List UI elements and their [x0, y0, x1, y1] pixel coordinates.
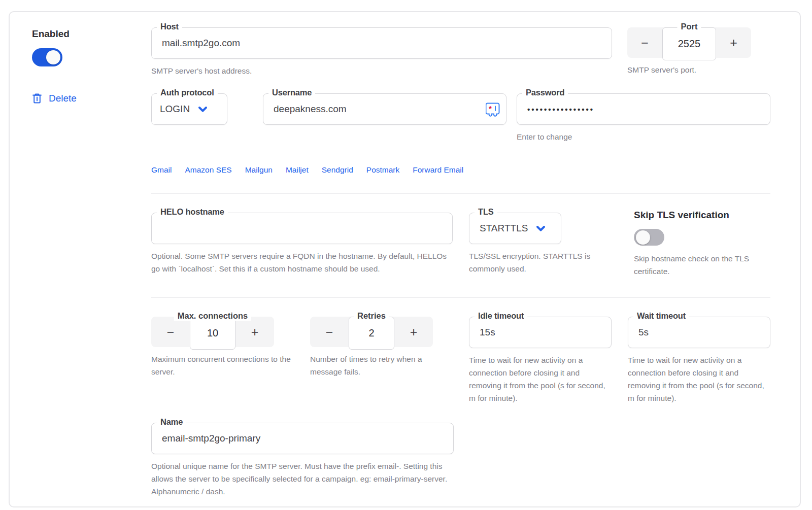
- host-input[interactable]: [151, 27, 612, 59]
- tls-field-group: TLS STARTTLS TLS/SSL encryption. STARTTL…: [469, 213, 612, 278]
- tls-label: TLS: [475, 207, 497, 217]
- helo-label: HELO hostname: [157, 207, 228, 217]
- port-helper: SMTP server's port.: [627, 63, 751, 76]
- server-side-panel: Enabled Delete: [23, 27, 151, 498]
- max-connections-decrement-button[interactable]: −: [151, 317, 190, 347]
- idle-timeout-label: Idle timeout: [475, 311, 527, 321]
- host-field-group: Host SMTP server's host address.: [151, 27, 612, 77]
- password-manager-icon[interactable]: *: [486, 101, 500, 118]
- port-increment-button[interactable]: +: [716, 27, 751, 58]
- retries-field-group: Retries − 2 + Number of times to retry w…: [310, 317, 453, 404]
- retries-increment-button[interactable]: +: [394, 317, 433, 347]
- provider-link-postmark[interactable]: Postmark: [366, 165, 399, 175]
- password-helper: Enter to change: [517, 130, 770, 143]
- wait-timeout-label: Wait timeout: [633, 311, 689, 321]
- host-label: Host: [157, 22, 182, 31]
- provider-link-mailgun[interactable]: Mailgun: [245, 165, 273, 175]
- name-label: Name: [157, 417, 186, 427]
- tls-select[interactable]: STARTTLS: [469, 213, 561, 244]
- username-label: Username: [268, 88, 315, 97]
- wait-timeout-field-group: Wait timeout Time to wait for new activi…: [628, 317, 770, 404]
- provider-link-gmail[interactable]: Gmail: [151, 165, 172, 175]
- auth-protocol-select[interactable]: LOGIN: [151, 93, 227, 125]
- password-input[interactable]: [517, 93, 770, 125]
- auth-protocol-field-group: Auth protocol LOGIN: [151, 93, 227, 143]
- section-divider: [151, 193, 770, 194]
- provider-link-amazon-ses[interactable]: Amazon SES: [185, 165, 231, 175]
- smtp-settings-form: Host SMTP server's host address. Port − …: [151, 27, 770, 498]
- max-connections-stepper: Max. connections − 10 +: [151, 317, 274, 347]
- provider-link-forward-email[interactable]: Forward Email: [413, 165, 463, 175]
- tls-value: STARTTLS: [480, 223, 528, 234]
- wait-timeout-helper: Time to wait for new activity on a conne…: [628, 354, 770, 404]
- auth-protocol-value: LOGIN: [160, 104, 190, 115]
- toggle-knob: [636, 230, 650, 245]
- port-field-group: Port − 2525 + SMTP server's port.: [627, 27, 751, 77]
- tls-helper: TLS/SSL encryption. STARTTLS is commonly…: [469, 250, 612, 275]
- name-field-group: Name Optional unique name for the SMTP s…: [151, 423, 770, 498]
- port-decrement-button[interactable]: −: [627, 27, 662, 58]
- chevron-down-icon: [198, 106, 208, 113]
- wait-timeout-input[interactable]: [628, 317, 770, 348]
- helo-helper: Optional. Some SMTP servers require a FQ…: [151, 250, 453, 275]
- retries-stepper: Retries − 2 +: [310, 317, 433, 347]
- provider-shortcuts: Gmail Amazon SES Mailgun Mailjet Sendgri…: [151, 165, 770, 175]
- skip-tls-helper: Skip hostname check on the TLS certifica…: [634, 252, 770, 278]
- chevron-down-icon: [536, 225, 546, 232]
- host-helper: SMTP server's host address.: [151, 64, 612, 77]
- port-input[interactable]: 2525: [662, 27, 716, 60]
- name-helper: Optional unique name for the SMTP server…: [151, 460, 454, 498]
- delete-label: Delete: [49, 93, 77, 104]
- helo-field-group: HELO hostname Optional. Some SMTP server…: [151, 213, 453, 278]
- idle-timeout-helper: Time to wait for new activity on a conne…: [469, 354, 612, 404]
- retries-helper: Number of times to retry when a message …: [310, 353, 453, 378]
- max-connections-helper: Maximum concurrent connections to the se…: [151, 353, 294, 378]
- port-stepper: Port − 2525 +: [627, 27, 751, 58]
- max-connections-increment-button[interactable]: +: [235, 317, 274, 347]
- max-connections-field-group: Max. connections − 10 + Maximum concurre…: [151, 317, 294, 404]
- skip-tls-toggle[interactable]: [634, 229, 664, 246]
- smtp-server-card: Enabled Delete: [9, 11, 801, 507]
- provider-link-sendgrid[interactable]: Sendgrid: [322, 165, 353, 175]
- retries-decrement-button[interactable]: −: [310, 317, 349, 347]
- name-input[interactable]: [151, 423, 454, 454]
- toggle-knob: [46, 50, 60, 64]
- idle-timeout-input[interactable]: [469, 317, 612, 348]
- username-input[interactable]: [263, 93, 506, 125]
- password-label: Password: [522, 88, 568, 97]
- username-field-group: Username *: [263, 93, 506, 143]
- port-label: Port: [678, 22, 701, 31]
- password-field-group: Password Enter to change: [517, 93, 770, 143]
- skip-tls-field-group: Skip TLS verification Skip hostname chec…: [628, 213, 770, 278]
- max-connections-label: Max. connections: [174, 311, 251, 321]
- helo-input[interactable]: [151, 213, 453, 244]
- enabled-label: Enabled: [32, 28, 151, 40]
- trash-icon: [32, 93, 42, 104]
- section-divider: [151, 297, 770, 298]
- enabled-toggle[interactable]: [32, 48, 62, 66]
- max-connections-input[interactable]: 10: [190, 317, 235, 350]
- skip-tls-label: Skip TLS verification: [634, 210, 770, 221]
- idle-timeout-field-group: Idle timeout Time to wait for new activi…: [469, 317, 612, 404]
- delete-button[interactable]: Delete: [32, 93, 77, 104]
- provider-link-mailjet[interactable]: Mailjet: [286, 165, 309, 175]
- retries-input[interactable]: 2: [349, 317, 394, 350]
- retries-label: Retries: [354, 311, 389, 321]
- auth-protocol-label: Auth protocol: [157, 88, 218, 97]
- svg-text:*: *: [489, 104, 492, 113]
